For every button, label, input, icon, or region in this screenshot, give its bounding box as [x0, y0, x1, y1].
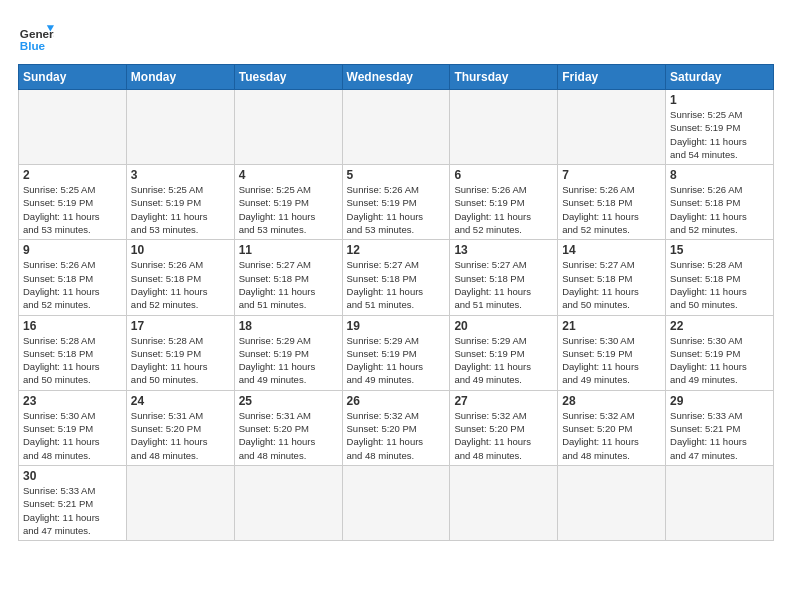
day-cell: 23Sunrise: 5:30 AM Sunset: 5:19 PM Dayli…: [19, 390, 127, 465]
day-info: Sunrise: 5:33 AM Sunset: 5:21 PM Dayligh…: [670, 409, 769, 462]
day-number: 24: [131, 394, 230, 408]
day-cell: 5Sunrise: 5:26 AM Sunset: 5:19 PM Daylig…: [342, 165, 450, 240]
day-info: Sunrise: 5:26 AM Sunset: 5:18 PM Dayligh…: [670, 183, 769, 236]
logo: General Blue: [18, 18, 54, 54]
day-cell: 21Sunrise: 5:30 AM Sunset: 5:19 PM Dayli…: [558, 315, 666, 390]
day-cell: 25Sunrise: 5:31 AM Sunset: 5:20 PM Dayli…: [234, 390, 342, 465]
day-info: Sunrise: 5:28 AM Sunset: 5:18 PM Dayligh…: [670, 258, 769, 311]
day-cell: 28Sunrise: 5:32 AM Sunset: 5:20 PM Dayli…: [558, 390, 666, 465]
day-cell: 24Sunrise: 5:31 AM Sunset: 5:20 PM Dayli…: [126, 390, 234, 465]
day-number: 27: [454, 394, 553, 408]
header: General Blue: [18, 18, 774, 54]
day-number: 17: [131, 319, 230, 333]
day-cell: 7Sunrise: 5:26 AM Sunset: 5:18 PM Daylig…: [558, 165, 666, 240]
day-cell: 30Sunrise: 5:33 AM Sunset: 5:21 PM Dayli…: [19, 465, 127, 540]
day-info: Sunrise: 5:26 AM Sunset: 5:18 PM Dayligh…: [562, 183, 661, 236]
day-info: Sunrise: 5:32 AM Sunset: 5:20 PM Dayligh…: [347, 409, 446, 462]
day-info: Sunrise: 5:25 AM Sunset: 5:19 PM Dayligh…: [670, 108, 769, 161]
day-cell: [234, 465, 342, 540]
day-info: Sunrise: 5:26 AM Sunset: 5:19 PM Dayligh…: [347, 183, 446, 236]
day-cell: [450, 90, 558, 165]
week-row-2: 9Sunrise: 5:26 AM Sunset: 5:18 PM Daylig…: [19, 240, 774, 315]
day-cell: 13Sunrise: 5:27 AM Sunset: 5:18 PM Dayli…: [450, 240, 558, 315]
day-number: 14: [562, 243, 661, 257]
day-cell: 18Sunrise: 5:29 AM Sunset: 5:19 PM Dayli…: [234, 315, 342, 390]
day-cell: [558, 90, 666, 165]
day-number: 21: [562, 319, 661, 333]
day-info: Sunrise: 5:26 AM Sunset: 5:18 PM Dayligh…: [131, 258, 230, 311]
day-cell: [19, 90, 127, 165]
day-info: Sunrise: 5:27 AM Sunset: 5:18 PM Dayligh…: [454, 258, 553, 311]
day-number: 20: [454, 319, 553, 333]
day-info: Sunrise: 5:28 AM Sunset: 5:19 PM Dayligh…: [131, 334, 230, 387]
day-number: 7: [562, 168, 661, 182]
day-info: Sunrise: 5:29 AM Sunset: 5:19 PM Dayligh…: [454, 334, 553, 387]
day-number: 12: [347, 243, 446, 257]
day-cell: 4Sunrise: 5:25 AM Sunset: 5:19 PM Daylig…: [234, 165, 342, 240]
day-number: 25: [239, 394, 338, 408]
day-number: 29: [670, 394, 769, 408]
day-info: Sunrise: 5:33 AM Sunset: 5:21 PM Dayligh…: [23, 484, 122, 537]
day-number: 26: [347, 394, 446, 408]
day-info: Sunrise: 5:26 AM Sunset: 5:19 PM Dayligh…: [454, 183, 553, 236]
day-info: Sunrise: 5:27 AM Sunset: 5:18 PM Dayligh…: [562, 258, 661, 311]
day-info: Sunrise: 5:29 AM Sunset: 5:19 PM Dayligh…: [239, 334, 338, 387]
day-cell: 6Sunrise: 5:26 AM Sunset: 5:19 PM Daylig…: [450, 165, 558, 240]
weekday-header-sunday: Sunday: [19, 65, 127, 90]
day-number: 11: [239, 243, 338, 257]
day-cell: 19Sunrise: 5:29 AM Sunset: 5:19 PM Dayli…: [342, 315, 450, 390]
day-number: 15: [670, 243, 769, 257]
day-info: Sunrise: 5:25 AM Sunset: 5:19 PM Dayligh…: [131, 183, 230, 236]
week-row-0: 1Sunrise: 5:25 AM Sunset: 5:19 PM Daylig…: [19, 90, 774, 165]
week-row-4: 23Sunrise: 5:30 AM Sunset: 5:19 PM Dayli…: [19, 390, 774, 465]
day-cell: 1Sunrise: 5:25 AM Sunset: 5:19 PM Daylig…: [666, 90, 774, 165]
day-number: 30: [23, 469, 122, 483]
day-cell: 8Sunrise: 5:26 AM Sunset: 5:18 PM Daylig…: [666, 165, 774, 240]
day-number: 23: [23, 394, 122, 408]
day-cell: 2Sunrise: 5:25 AM Sunset: 5:19 PM Daylig…: [19, 165, 127, 240]
logo-icon: General Blue: [18, 18, 54, 54]
day-info: Sunrise: 5:27 AM Sunset: 5:18 PM Dayligh…: [347, 258, 446, 311]
day-number: 3: [131, 168, 230, 182]
day-number: 1: [670, 93, 769, 107]
day-cell: [342, 465, 450, 540]
day-cell: [666, 465, 774, 540]
day-number: 6: [454, 168, 553, 182]
day-number: 19: [347, 319, 446, 333]
day-number: 8: [670, 168, 769, 182]
day-cell: 16Sunrise: 5:28 AM Sunset: 5:18 PM Dayli…: [19, 315, 127, 390]
day-number: 22: [670, 319, 769, 333]
day-cell: 12Sunrise: 5:27 AM Sunset: 5:18 PM Dayli…: [342, 240, 450, 315]
day-number: 9: [23, 243, 122, 257]
day-number: 10: [131, 243, 230, 257]
week-row-1: 2Sunrise: 5:25 AM Sunset: 5:19 PM Daylig…: [19, 165, 774, 240]
weekday-header-tuesday: Tuesday: [234, 65, 342, 90]
week-row-5: 30Sunrise: 5:33 AM Sunset: 5:21 PM Dayli…: [19, 465, 774, 540]
day-cell: 17Sunrise: 5:28 AM Sunset: 5:19 PM Dayli…: [126, 315, 234, 390]
day-info: Sunrise: 5:26 AM Sunset: 5:18 PM Dayligh…: [23, 258, 122, 311]
day-info: Sunrise: 5:30 AM Sunset: 5:19 PM Dayligh…: [562, 334, 661, 387]
day-cell: [450, 465, 558, 540]
weekday-header-wednesday: Wednesday: [342, 65, 450, 90]
day-info: Sunrise: 5:32 AM Sunset: 5:20 PM Dayligh…: [562, 409, 661, 462]
day-cell: [342, 90, 450, 165]
day-info: Sunrise: 5:30 AM Sunset: 5:19 PM Dayligh…: [670, 334, 769, 387]
day-info: Sunrise: 5:27 AM Sunset: 5:18 PM Dayligh…: [239, 258, 338, 311]
day-cell: 3Sunrise: 5:25 AM Sunset: 5:19 PM Daylig…: [126, 165, 234, 240]
day-cell: 27Sunrise: 5:32 AM Sunset: 5:20 PM Dayli…: [450, 390, 558, 465]
day-cell: 14Sunrise: 5:27 AM Sunset: 5:18 PM Dayli…: [558, 240, 666, 315]
day-cell: 29Sunrise: 5:33 AM Sunset: 5:21 PM Dayli…: [666, 390, 774, 465]
day-cell: [558, 465, 666, 540]
day-number: 2: [23, 168, 122, 182]
weekday-header-thursday: Thursday: [450, 65, 558, 90]
week-row-3: 16Sunrise: 5:28 AM Sunset: 5:18 PM Dayli…: [19, 315, 774, 390]
weekday-header-friday: Friday: [558, 65, 666, 90]
day-number: 28: [562, 394, 661, 408]
day-info: Sunrise: 5:30 AM Sunset: 5:19 PM Dayligh…: [23, 409, 122, 462]
day-cell: 15Sunrise: 5:28 AM Sunset: 5:18 PM Dayli…: [666, 240, 774, 315]
day-number: 16: [23, 319, 122, 333]
day-cell: 9Sunrise: 5:26 AM Sunset: 5:18 PM Daylig…: [19, 240, 127, 315]
day-number: 18: [239, 319, 338, 333]
day-number: 13: [454, 243, 553, 257]
day-number: 4: [239, 168, 338, 182]
